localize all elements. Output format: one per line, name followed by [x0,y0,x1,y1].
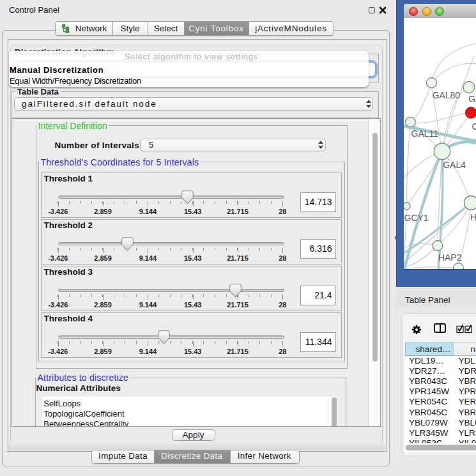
svg-text:H: H [470,211,476,222]
svg-text:GAL11: GAL11 [411,128,438,138]
svg-text:GAL4: GAL4 [443,160,466,170]
svg-text:HAP2: HAP2 [438,252,461,263]
svg-text:C: C [472,121,476,131]
svg-text:GAL80: GAL80 [432,89,460,100]
svg-text:GA: GA [468,93,476,104]
svg-text:GCY1: GCY1 [404,212,428,222]
